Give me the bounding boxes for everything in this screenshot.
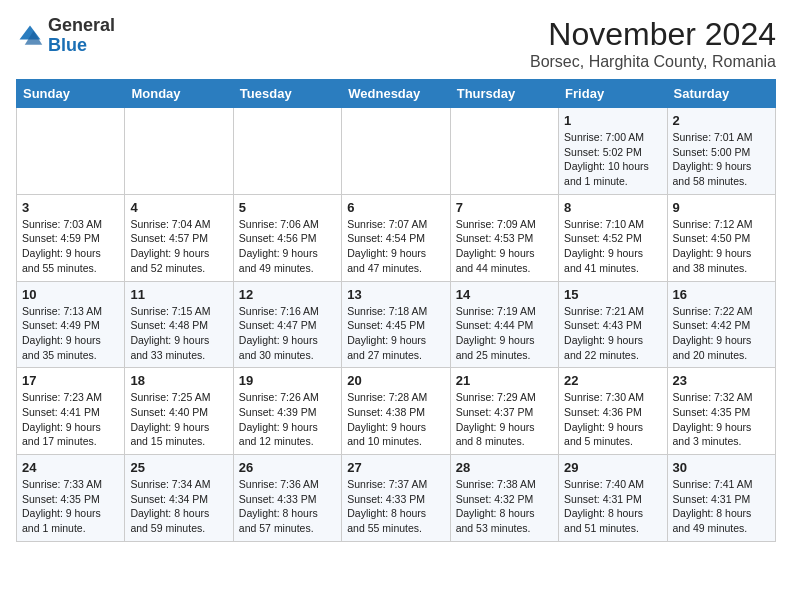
day-info: Sunrise: 7:09 AM Sunset: 4:53 PM Dayligh… — [456, 217, 553, 276]
logo-general: General — [48, 15, 115, 35]
day-info: Sunrise: 7:04 AM Sunset: 4:57 PM Dayligh… — [130, 217, 227, 276]
calendar-cell: 29Sunrise: 7:40 AM Sunset: 4:31 PM Dayli… — [559, 455, 667, 542]
calendar-cell: 27Sunrise: 7:37 AM Sunset: 4:33 PM Dayli… — [342, 455, 450, 542]
day-number: 11 — [130, 287, 227, 302]
weekday-header-thursday: Thursday — [450, 80, 558, 108]
day-info: Sunrise: 7:18 AM Sunset: 4:45 PM Dayligh… — [347, 304, 444, 363]
day-info: Sunrise: 7:03 AM Sunset: 4:59 PM Dayligh… — [22, 217, 119, 276]
day-number: 23 — [673, 373, 770, 388]
calendar-cell — [125, 108, 233, 195]
weekday-header-row: SundayMondayTuesdayWednesdayThursdayFrid… — [17, 80, 776, 108]
day-info: Sunrise: 7:12 AM Sunset: 4:50 PM Dayligh… — [673, 217, 770, 276]
weekday-header-sunday: Sunday — [17, 80, 125, 108]
day-number: 3 — [22, 200, 119, 215]
day-info: Sunrise: 7:26 AM Sunset: 4:39 PM Dayligh… — [239, 390, 336, 449]
day-number: 4 — [130, 200, 227, 215]
week-row-1: 3Sunrise: 7:03 AM Sunset: 4:59 PM Daylig… — [17, 194, 776, 281]
day-info: Sunrise: 7:15 AM Sunset: 4:48 PM Dayligh… — [130, 304, 227, 363]
page-header: General Blue November 2024 Borsec, Hargh… — [16, 16, 776, 71]
day-info: Sunrise: 7:23 AM Sunset: 4:41 PM Dayligh… — [22, 390, 119, 449]
calendar-cell: 21Sunrise: 7:29 AM Sunset: 4:37 PM Dayli… — [450, 368, 558, 455]
calendar-cell: 18Sunrise: 7:25 AM Sunset: 4:40 PM Dayli… — [125, 368, 233, 455]
day-number: 10 — [22, 287, 119, 302]
calendar-cell: 10Sunrise: 7:13 AM Sunset: 4:49 PM Dayli… — [17, 281, 125, 368]
day-info: Sunrise: 7:06 AM Sunset: 4:56 PM Dayligh… — [239, 217, 336, 276]
calendar-cell: 2Sunrise: 7:01 AM Sunset: 5:00 PM Daylig… — [667, 108, 775, 195]
day-number: 9 — [673, 200, 770, 215]
day-info: Sunrise: 7:34 AM Sunset: 4:34 PM Dayligh… — [130, 477, 227, 536]
day-info: Sunrise: 7:33 AM Sunset: 4:35 PM Dayligh… — [22, 477, 119, 536]
day-info: Sunrise: 7:07 AM Sunset: 4:54 PM Dayligh… — [347, 217, 444, 276]
day-info: Sunrise: 7:00 AM Sunset: 5:02 PM Dayligh… — [564, 130, 661, 189]
weekday-header-friday: Friday — [559, 80, 667, 108]
calendar-cell: 5Sunrise: 7:06 AM Sunset: 4:56 PM Daylig… — [233, 194, 341, 281]
day-info: Sunrise: 7:28 AM Sunset: 4:38 PM Dayligh… — [347, 390, 444, 449]
week-row-2: 10Sunrise: 7:13 AM Sunset: 4:49 PM Dayli… — [17, 281, 776, 368]
day-number: 20 — [347, 373, 444, 388]
calendar-cell: 8Sunrise: 7:10 AM Sunset: 4:52 PM Daylig… — [559, 194, 667, 281]
calendar-cell: 22Sunrise: 7:30 AM Sunset: 4:36 PM Dayli… — [559, 368, 667, 455]
day-number: 8 — [564, 200, 661, 215]
day-number: 25 — [130, 460, 227, 475]
calendar-cell: 13Sunrise: 7:18 AM Sunset: 4:45 PM Dayli… — [342, 281, 450, 368]
day-number: 24 — [22, 460, 119, 475]
day-number: 2 — [673, 113, 770, 128]
calendar-cell: 1Sunrise: 7:00 AM Sunset: 5:02 PM Daylig… — [559, 108, 667, 195]
day-info: Sunrise: 7:36 AM Sunset: 4:33 PM Dayligh… — [239, 477, 336, 536]
day-info: Sunrise: 7:38 AM Sunset: 4:32 PM Dayligh… — [456, 477, 553, 536]
day-info: Sunrise: 7:16 AM Sunset: 4:47 PM Dayligh… — [239, 304, 336, 363]
day-number: 12 — [239, 287, 336, 302]
day-number: 18 — [130, 373, 227, 388]
calendar-cell: 23Sunrise: 7:32 AM Sunset: 4:35 PM Dayli… — [667, 368, 775, 455]
logo: General Blue — [16, 16, 115, 56]
day-number: 22 — [564, 373, 661, 388]
day-info: Sunrise: 7:22 AM Sunset: 4:42 PM Dayligh… — [673, 304, 770, 363]
calendar-cell: 16Sunrise: 7:22 AM Sunset: 4:42 PM Dayli… — [667, 281, 775, 368]
calendar-body: 1Sunrise: 7:00 AM Sunset: 5:02 PM Daylig… — [17, 108, 776, 542]
day-number: 14 — [456, 287, 553, 302]
day-number: 30 — [673, 460, 770, 475]
calendar-cell: 12Sunrise: 7:16 AM Sunset: 4:47 PM Dayli… — [233, 281, 341, 368]
logo-icon — [16, 22, 44, 50]
calendar-cell: 14Sunrise: 7:19 AM Sunset: 4:44 PM Dayli… — [450, 281, 558, 368]
day-number: 17 — [22, 373, 119, 388]
week-row-0: 1Sunrise: 7:00 AM Sunset: 5:02 PM Daylig… — [17, 108, 776, 195]
calendar-cell: 6Sunrise: 7:07 AM Sunset: 4:54 PM Daylig… — [342, 194, 450, 281]
calendar-cell: 9Sunrise: 7:12 AM Sunset: 4:50 PM Daylig… — [667, 194, 775, 281]
calendar-cell: 24Sunrise: 7:33 AM Sunset: 4:35 PM Dayli… — [17, 455, 125, 542]
calendar-title: November 2024 — [530, 16, 776, 53]
day-info: Sunrise: 7:10 AM Sunset: 4:52 PM Dayligh… — [564, 217, 661, 276]
day-info: Sunrise: 7:29 AM Sunset: 4:37 PM Dayligh… — [456, 390, 553, 449]
calendar-header: SundayMondayTuesdayWednesdayThursdayFrid… — [17, 80, 776, 108]
calendar-cell — [450, 108, 558, 195]
weekday-header-monday: Monday — [125, 80, 233, 108]
day-number: 19 — [239, 373, 336, 388]
day-number: 29 — [564, 460, 661, 475]
calendar-cell — [342, 108, 450, 195]
day-info: Sunrise: 7:19 AM Sunset: 4:44 PM Dayligh… — [456, 304, 553, 363]
day-number: 13 — [347, 287, 444, 302]
day-number: 21 — [456, 373, 553, 388]
day-info: Sunrise: 7:01 AM Sunset: 5:00 PM Dayligh… — [673, 130, 770, 189]
day-number: 7 — [456, 200, 553, 215]
calendar-cell: 26Sunrise: 7:36 AM Sunset: 4:33 PM Dayli… — [233, 455, 341, 542]
calendar-cell: 25Sunrise: 7:34 AM Sunset: 4:34 PM Dayli… — [125, 455, 233, 542]
week-row-4: 24Sunrise: 7:33 AM Sunset: 4:35 PM Dayli… — [17, 455, 776, 542]
calendar-cell: 30Sunrise: 7:41 AM Sunset: 4:31 PM Dayli… — [667, 455, 775, 542]
day-info: Sunrise: 7:41 AM Sunset: 4:31 PM Dayligh… — [673, 477, 770, 536]
day-number: 26 — [239, 460, 336, 475]
logo-text: General Blue — [48, 16, 115, 56]
calendar-cell: 19Sunrise: 7:26 AM Sunset: 4:39 PM Dayli… — [233, 368, 341, 455]
week-row-3: 17Sunrise: 7:23 AM Sunset: 4:41 PM Dayli… — [17, 368, 776, 455]
day-info: Sunrise: 7:21 AM Sunset: 4:43 PM Dayligh… — [564, 304, 661, 363]
calendar-cell — [17, 108, 125, 195]
calendar-cell: 17Sunrise: 7:23 AM Sunset: 4:41 PM Dayli… — [17, 368, 125, 455]
weekday-header-wednesday: Wednesday — [342, 80, 450, 108]
day-info: Sunrise: 7:25 AM Sunset: 4:40 PM Dayligh… — [130, 390, 227, 449]
day-number: 5 — [239, 200, 336, 215]
calendar-cell: 11Sunrise: 7:15 AM Sunset: 4:48 PM Dayli… — [125, 281, 233, 368]
calendar-cell: 28Sunrise: 7:38 AM Sunset: 4:32 PM Dayli… — [450, 455, 558, 542]
day-info: Sunrise: 7:32 AM Sunset: 4:35 PM Dayligh… — [673, 390, 770, 449]
day-number: 6 — [347, 200, 444, 215]
logo-blue: Blue — [48, 35, 87, 55]
